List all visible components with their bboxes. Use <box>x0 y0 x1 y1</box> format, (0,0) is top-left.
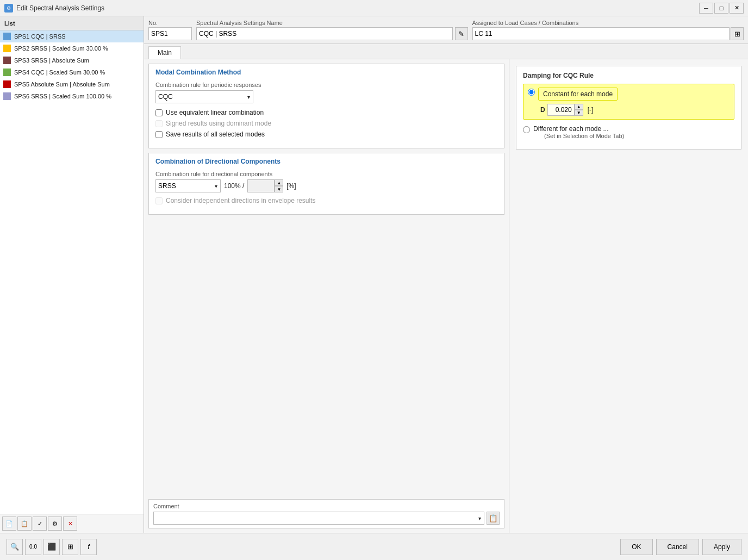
directional-section: Combination of Directional Components Co… <box>148 153 504 215</box>
sidebar-footer: 📄 📋 ✓ ⚙ ✕ <box>0 514 144 533</box>
constant-radio[interactable] <box>528 89 535 96</box>
constant-mode-content: Constant for each mode D ▲ ▼ <box>538 88 618 116</box>
no-input[interactable] <box>148 27 192 40</box>
bottom-tools: 🔍 0.0 ⬛ ⊞ f <box>7 539 97 555</box>
sidebar-item-sps3[interactable]: SPS3 SRSS | Absolute Sum <box>0 54 144 66</box>
damping-up-button[interactable]: ▲ <box>575 104 583 110</box>
directional-content: Combination rule for directional compone… <box>149 167 504 214</box>
titlebar: ⚙ Edit Spectral Analysis Settings ─ □ ✕ <box>0 0 748 16</box>
signed-results-row: Signed results using dominant mode <box>155 120 497 127</box>
delete-button[interactable]: ✕ <box>63 517 77 531</box>
new-item-button[interactable]: 📄 <box>2 517 16 531</box>
assigned-input[interactable] <box>472 27 730 40</box>
sidebar-item-sps6[interactable]: SPS6 SRSS | Scaled Sum 100.00 % <box>0 90 144 102</box>
box-tool-button[interactable]: ⬛ <box>43 539 60 555</box>
modal-combination-title: Modal Combination Method <box>149 64 504 78</box>
save-results-row: Save results of all selected modes <box>155 130 497 138</box>
assigned-picker-button[interactable]: ⊞ <box>731 27 744 40</box>
left-spacer <box>144 217 509 497</box>
value-tool-button[interactable]: 0.0 <box>25 539 41 555</box>
sidebar-item-color-3 <box>3 69 11 76</box>
sidebar-list: SPS1 CQC | SRSSSPS2 SRSS | Scaled Sum 30… <box>0 30 144 514</box>
name-input[interactable] <box>196 27 453 40</box>
damping-down-button[interactable]: ▼ <box>575 110 583 116</box>
damping-unit: [-] <box>588 106 594 114</box>
use-equiv-row: Use equivalent linear combination <box>155 109 497 116</box>
content-area: No. Spectral Analysis Settings Name ✎ As… <box>144 16 748 533</box>
bottom-actions: OK Cancel Apply <box>620 539 741 555</box>
ok-button[interactable]: OK <box>620 539 652 555</box>
sidebar-item-color-5 <box>3 92 11 100</box>
damping-value-row: D ▲ ▼ [-] <box>538 104 618 116</box>
search-tool-button[interactable]: 🔍 <box>7 539 23 555</box>
validate-button[interactable]: ✓ <box>33 517 47 531</box>
apply-button[interactable]: Apply <box>702 539 741 555</box>
combo-select[interactable]: CQC SRSS Absolute Sum <box>155 90 253 103</box>
sidebar-item-label-0: SPS1 CQC | SRSS <box>14 33 66 40</box>
constant-mode-row: Constant for each mode D ▲ ▼ <box>523 84 734 120</box>
percent-prefix: 100% / <box>224 182 244 190</box>
consider-checkbox[interactable] <box>155 197 163 204</box>
use-equiv-checkbox[interactable] <box>155 109 163 116</box>
comment-select-wrapper <box>153 512 484 525</box>
directional-select-wrapper: SRSS CQC Absolute Sum <box>155 179 221 192</box>
damping-section: Damping for CQC Rule Constant for each m… <box>516 66 741 150</box>
minimize-button[interactable]: ─ <box>699 3 713 14</box>
damping-value-input[interactable] <box>547 104 575 116</box>
sidebar: List SPS1 CQC | SRSSSPS2 SRSS | Scaled S… <box>0 16 144 533</box>
sidebar-item-label-4: SPS5 Absolute Sum | Absolute Sum <box>14 81 110 88</box>
different-radio[interactable] <box>523 126 530 133</box>
name-field-group: Spectral Analysis Settings Name ✎ <box>196 20 468 40</box>
different-mode-row: Different for each mode ... (Set in Sele… <box>523 125 734 139</box>
content-body: Modal Combination Method Combination rul… <box>144 59 748 533</box>
comment-copy-button[interactable]: 📋 <box>487 512 500 525</box>
percent-spinner: ▲ ▼ <box>247 179 283 192</box>
grid-tool-button[interactable]: ⊞ <box>62 539 78 555</box>
different-mode-label: Different for each mode ... <box>533 125 609 133</box>
damping-spin: ▲ ▼ <box>575 104 583 116</box>
percent-up-button[interactable]: ▲ <box>275 179 283 186</box>
cancel-button[interactable]: Cancel <box>656 539 699 555</box>
save-results-label: Save results of all selected modes <box>166 130 265 138</box>
no-label: No. <box>148 20 192 26</box>
save-results-checkbox[interactable] <box>155 131 163 138</box>
close-button[interactable]: ✕ <box>730 3 744 14</box>
function-tool-button[interactable]: f <box>80 539 97 555</box>
right-spacer <box>516 156 741 526</box>
constant-mode-label: Constant for each mode <box>543 90 613 98</box>
sidebar-item-label-5: SPS6 SRSS | Scaled Sum 100.00 % <box>14 93 111 99</box>
signed-results-checkbox[interactable] <box>155 120 163 127</box>
restore-button[interactable]: □ <box>714 3 728 14</box>
settings-button[interactable]: ⚙ <box>48 517 62 531</box>
combo-rule-label: Combination rule for periodic responses <box>155 82 497 88</box>
sidebar-item-sps5[interactable]: SPS5 Absolute Sum | Absolute Sum <box>0 78 144 90</box>
comment-input-row: 📋 <box>153 512 500 525</box>
right-panel: Damping for CQC Rule Constant for each m… <box>509 59 748 533</box>
assigned-field-group: Assigned to Load Cases / Combinations ⊞ <box>472 20 744 40</box>
window-title: Edit Spectral Analysis Settings <box>16 4 104 12</box>
damping-highlight: Constant for each mode <box>538 88 618 101</box>
damping-d-label: D <box>540 106 545 114</box>
bottom-bar: 🔍 0.0 ⬛ ⊞ f OK Cancel Apply <box>0 533 748 560</box>
directional-select[interactable]: SRSS CQC Absolute Sum <box>155 179 221 192</box>
sidebar-item-sps2[interactable]: SPS2 SRSS | Scaled Sum 30.00 % <box>0 42 144 54</box>
percent-down-button[interactable]: ▼ <box>275 186 283 192</box>
different-mode-content: Different for each mode ... (Set in Sele… <box>533 125 624 139</box>
signed-results-label: Signed results using dominant mode <box>166 120 271 127</box>
different-mode-sub: (Set in Selection of Mode Tab) <box>544 133 624 139</box>
modal-combination-section: Modal Combination Method Combination rul… <box>148 64 504 148</box>
sidebar-item-sps1[interactable]: SPS1 CQC | SRSS <box>0 30 144 42</box>
percent-spin-buttons: ▲ ▼ <box>275 179 283 192</box>
directional-title: Combination of Directional Components <box>149 153 504 167</box>
name-edit-button[interactable]: ✎ <box>455 27 468 40</box>
percent-unit: [%] <box>286 182 296 190</box>
copy-button[interactable]: 📋 <box>17 517 32 531</box>
sidebar-item-sps4[interactable]: SPS4 CQC | Scaled Sum 30.00 % <box>0 66 144 78</box>
tab-bar: Main <box>144 44 748 59</box>
tab-main[interactable]: Main <box>148 46 181 59</box>
comment-input[interactable] <box>153 512 484 525</box>
combo-select-wrapper: CQC SRSS Absolute Sum <box>155 90 253 103</box>
comment-label: Comment <box>153 503 500 509</box>
sidebar-header: List <box>0 16 144 30</box>
sidebar-item-color-2 <box>3 57 11 64</box>
